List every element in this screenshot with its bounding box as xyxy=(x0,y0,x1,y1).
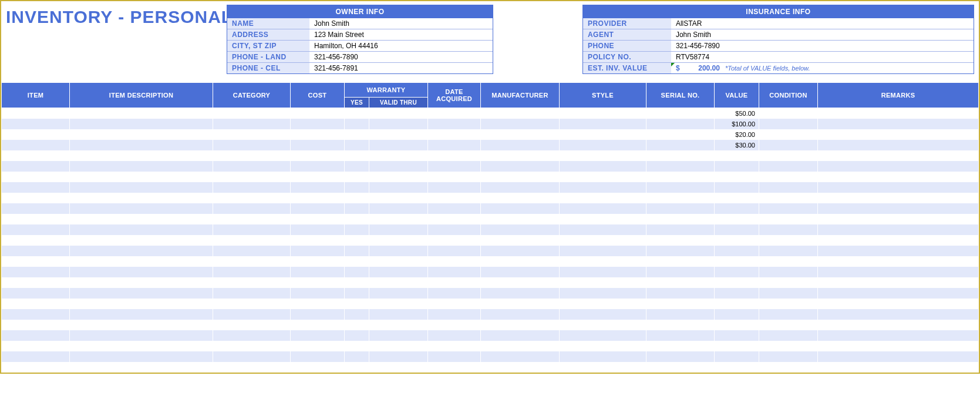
table-cell[interactable] xyxy=(213,288,291,299)
table-cell[interactable] xyxy=(70,256,213,267)
table-cell[interactable] xyxy=(345,351,369,362)
table-cell[interactable] xyxy=(481,362,560,373)
table-cell[interactable] xyxy=(646,320,715,330)
table-cell[interactable] xyxy=(560,256,646,267)
table-cell[interactable] xyxy=(818,320,979,330)
table-cell[interactable] xyxy=(646,267,715,277)
table-cell[interactable] xyxy=(818,203,979,214)
table-cell[interactable] xyxy=(2,193,70,203)
table-cell[interactable] xyxy=(291,108,345,119)
table-cell[interactable] xyxy=(213,256,291,267)
table-cell[interactable] xyxy=(345,256,369,267)
table-cell[interactable] xyxy=(818,288,979,299)
table-cell[interactable] xyxy=(2,256,70,267)
table-cell[interactable] xyxy=(481,214,560,224)
table-cell[interactable] xyxy=(560,235,646,246)
col-serial[interactable]: SERIAL NO. xyxy=(646,83,715,108)
table-cell[interactable] xyxy=(759,288,818,299)
table-cell[interactable] xyxy=(759,129,818,140)
col-remarks[interactable]: REMARKS xyxy=(818,83,979,108)
table-cell[interactable] xyxy=(291,119,345,129)
table-cell[interactable] xyxy=(70,172,213,182)
insurance-info-value[interactable]: RTV58774 xyxy=(671,52,974,62)
table-cell[interactable] xyxy=(428,119,481,129)
table-cell[interactable] xyxy=(428,108,481,119)
table-cell[interactable] xyxy=(345,299,369,309)
insurance-est-value[interactable]: $ 200.00 *Total of VALUE fields, below. xyxy=(671,63,974,73)
table-cell[interactable] xyxy=(818,108,979,119)
table-cell[interactable] xyxy=(291,140,345,150)
table-cell[interactable] xyxy=(428,267,481,277)
table-cell[interactable] xyxy=(560,267,646,277)
table-cell[interactable] xyxy=(369,341,428,351)
col-warranty-yes[interactable]: YES xyxy=(345,98,369,108)
table-cell[interactable] xyxy=(428,235,481,246)
table-cell[interactable] xyxy=(646,172,715,182)
table-cell[interactable] xyxy=(345,362,369,373)
table-cell[interactable] xyxy=(291,277,345,288)
table-cell[interactable] xyxy=(369,351,428,362)
table-cell[interactable] xyxy=(2,267,70,277)
table-cell[interactable] xyxy=(70,108,213,119)
table-cell[interactable] xyxy=(369,193,428,203)
table-cell[interactable] xyxy=(481,161,560,172)
col-date-acquired[interactable]: DATE ACQUIRED xyxy=(428,83,481,108)
table-cell[interactable] xyxy=(715,203,759,214)
table-cell[interactable] xyxy=(759,256,818,267)
table-cell[interactable] xyxy=(715,182,759,193)
table-cell[interactable] xyxy=(70,214,213,224)
table-cell[interactable] xyxy=(291,150,345,161)
table-cell[interactable] xyxy=(369,203,428,214)
table-cell[interactable] xyxy=(759,235,818,246)
table-cell[interactable] xyxy=(715,330,759,341)
table-cell[interactable] xyxy=(70,320,213,330)
table-cell[interactable] xyxy=(759,161,818,172)
col-category[interactable]: CATEGORY xyxy=(213,83,291,108)
table-cell[interactable] xyxy=(70,246,213,256)
table-cell[interactable] xyxy=(345,330,369,341)
table-cell[interactable] xyxy=(481,246,560,256)
table-cell[interactable] xyxy=(369,224,428,235)
table-cell[interactable] xyxy=(560,224,646,235)
table-cell[interactable] xyxy=(560,150,646,161)
table-cell[interactable] xyxy=(646,330,715,341)
table-cell[interactable] xyxy=(428,330,481,341)
table-cell[interactable] xyxy=(818,246,979,256)
table-cell[interactable] xyxy=(715,288,759,299)
table-cell[interactable] xyxy=(345,235,369,246)
col-cost[interactable]: COST xyxy=(291,83,345,108)
table-cell[interactable] xyxy=(428,362,481,373)
table-cell[interactable] xyxy=(715,320,759,330)
table-cell[interactable] xyxy=(213,362,291,373)
table-cell[interactable] xyxy=(291,309,345,320)
table-cell[interactable] xyxy=(291,129,345,140)
table-cell[interactable] xyxy=(759,150,818,161)
table-cell[interactable] xyxy=(345,203,369,214)
table-cell[interactable] xyxy=(759,341,818,351)
table-cell[interactable] xyxy=(70,203,213,214)
table-cell[interactable] xyxy=(213,119,291,129)
table-cell[interactable] xyxy=(369,150,428,161)
table-cell[interactable] xyxy=(818,172,979,182)
table-cell[interactable] xyxy=(2,140,70,150)
table-cell[interactable] xyxy=(715,362,759,373)
table-cell[interactable] xyxy=(213,108,291,119)
table-cell[interactable] xyxy=(2,351,70,362)
table-cell[interactable] xyxy=(481,172,560,182)
table-cell[interactable] xyxy=(481,193,560,203)
table-cell[interactable] xyxy=(759,309,818,320)
table-cell[interactable] xyxy=(715,341,759,351)
table-cell[interactable] xyxy=(818,235,979,246)
table-cell[interactable] xyxy=(646,277,715,288)
table-cell[interactable] xyxy=(2,108,70,119)
table-cell[interactable] xyxy=(646,203,715,214)
table-cell[interactable] xyxy=(759,362,818,373)
table-cell[interactable] xyxy=(481,119,560,129)
table-cell[interactable] xyxy=(213,129,291,140)
table-cell[interactable] xyxy=(369,330,428,341)
table-cell[interactable] xyxy=(291,203,345,214)
table-cell[interactable] xyxy=(291,330,345,341)
table-cell[interactable] xyxy=(646,161,715,172)
table-cell[interactable] xyxy=(818,224,979,235)
table-cell[interactable] xyxy=(2,203,70,214)
